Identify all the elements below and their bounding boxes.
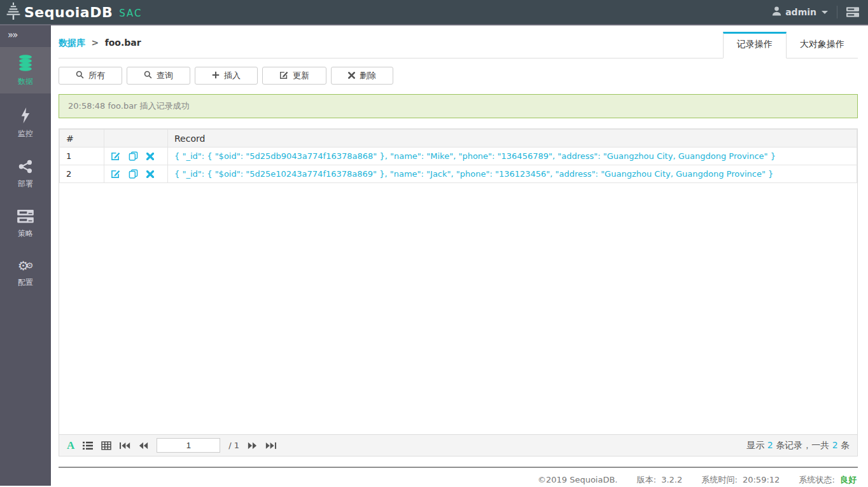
x-icon: [348, 71, 355, 81]
system-time-value: 20:59:12: [743, 475, 780, 484]
record-json: { "_id": { "$oid": "5d25db9043a774f16378…: [168, 147, 857, 165]
sidebar-item-label: 数据: [18, 76, 33, 87]
system-time-label: 系统时间:: [701, 475, 737, 484]
sidebar-item-deploy[interactable]: 部署: [0, 152, 51, 196]
tab-lob-operations[interactable]: 大对象操作: [787, 32, 858, 58]
record-json: { "_id": { "$oid": "5d25e10243a774f16378…: [168, 165, 857, 183]
records-table: # Record 1: [59, 129, 857, 183]
prev-page-icon[interactable]: [139, 441, 148, 450]
sidebar: »» 数据 监控: [0, 25, 51, 486]
plus-icon: [212, 71, 220, 81]
table-row: 1: [60, 147, 857, 165]
row-index: 1: [60, 147, 104, 165]
system-status-label: 系统状态:: [799, 475, 834, 484]
share-icon: [18, 160, 32, 176]
toolbar: 所有 查询 插入 更新: [59, 67, 858, 85]
column-header-index: #: [60, 130, 104, 147]
list-view-icon[interactable]: [83, 441, 93, 450]
gears-icon: ⚙⚙: [18, 259, 34, 275]
database-icon: [17, 55, 34, 74]
shown-count: 2: [767, 440, 773, 450]
edit-icon: [279, 71, 288, 81]
brand-name: SequoiaDB: [24, 4, 113, 20]
tab-record-operations[interactable]: 记录操作: [723, 32, 787, 58]
table-row: 2: [60, 165, 857, 183]
delete-record-icon[interactable]: [146, 153, 154, 160]
copy-record-icon[interactable]: [129, 151, 138, 161]
sidebar-item-strategy[interactable]: 策略: [0, 202, 51, 245]
table-header-row: # Record: [60, 130, 857, 147]
search-icon: [76, 71, 84, 81]
grid-empty-area: [59, 183, 857, 434]
brand: SequoiaDB SAC: [5, 3, 143, 22]
chevron-down-icon: [822, 11, 828, 14]
sidebar-item-config[interactable]: ⚙⚙ 配置: [0, 252, 51, 294]
record-count-summary: 显示 2 条记录，一共 2 条: [746, 440, 850, 451]
sidebar-item-data[interactable]: 数据: [0, 47, 51, 93]
next-page-icon[interactable]: [248, 441, 257, 450]
pagination-bar: A / 1: [59, 434, 857, 456]
success-alert: 20:58:48 foo.bar 插入记录成功: [59, 94, 858, 118]
copyright: ©2019 SequoiaDB.: [538, 475, 618, 484]
page-number-input[interactable]: [157, 438, 220, 453]
breadcrumb-current: foo.bar: [105, 38, 141, 48]
brand-suffix: SAC: [119, 5, 142, 19]
edit-record-icon[interactable]: [111, 151, 120, 161]
column-header-actions: [104, 130, 168, 147]
sidebar-item-label: 策略: [18, 228, 33, 239]
main-content: 数据库 > foo.bar 记录操作 大对象操作 所有 查询: [51, 25, 868, 486]
lightning-icon: [20, 107, 31, 126]
column-header-record: Record: [168, 130, 857, 147]
total-count: 2: [832, 440, 838, 450]
servers-stack-icon: [17, 210, 34, 226]
user-menu[interactable]: admin: [772, 6, 828, 18]
version-label: 版本:: [637, 475, 656, 484]
row-index: 2: [60, 165, 104, 183]
all-button[interactable]: 所有: [59, 67, 122, 85]
sidebar-item-monitor[interactable]: 监控: [0, 100, 51, 146]
user-name: admin: [785, 7, 816, 17]
expand-sidebar-icon[interactable]: »»: [0, 25, 51, 47]
version-value: 3.2.2: [661, 475, 682, 484]
sequoia-tree-icon: [5, 3, 22, 22]
header-divider: [837, 6, 837, 18]
sidebar-item-label: 配置: [18, 277, 33, 288]
system-status-value: 良好: [840, 475, 857, 484]
user-icon: [772, 6, 781, 18]
grid-view-icon[interactable]: [101, 441, 111, 450]
breadcrumb-database-link[interactable]: 数据库: [59, 38, 85, 48]
page-footer: ©2019 SequoiaDB. 版本: 3.2.2 系统时间: 20:59:1…: [59, 468, 858, 486]
update-button[interactable]: 更新: [262, 67, 326, 85]
tabs: 记录操作 大对象操作: [723, 32, 858, 58]
search-icon: [144, 71, 152, 81]
breadcrumb: 数据库 > foo.bar: [59, 38, 141, 58]
first-page-icon[interactable]: [120, 441, 130, 450]
topbar: 数据库 > foo.bar 记录操作 大对象操作: [59, 25, 858, 58]
delete-button[interactable]: 删除: [331, 67, 393, 85]
app-header: SequoiaDB SAC admin: [0, 0, 868, 25]
servers-icon[interactable]: [846, 7, 859, 17]
records-grid: # Record 1: [59, 128, 858, 456]
delete-record-icon[interactable]: [146, 170, 154, 178]
copy-record-icon[interactable]: [129, 169, 138, 179]
font-toggle-icon[interactable]: A: [67, 440, 74, 451]
sidebar-item-label: 监控: [18, 128, 33, 139]
alert-message: 20:58:48 foo.bar 插入记录成功: [68, 100, 190, 112]
last-page-icon[interactable]: [265, 441, 276, 450]
breadcrumb-separator: >: [91, 38, 99, 48]
edit-record-icon[interactable]: [111, 169, 120, 179]
insert-button[interactable]: 插入: [195, 67, 258, 85]
sidebar-item-label: 部署: [18, 179, 33, 189]
page-total-label: / 1: [228, 441, 239, 450]
query-button[interactable]: 查询: [127, 67, 190, 85]
